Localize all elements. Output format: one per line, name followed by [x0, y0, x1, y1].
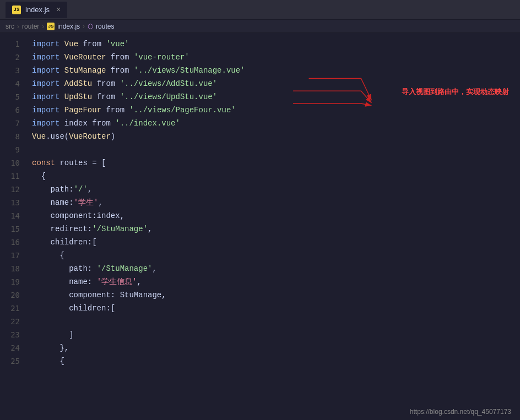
- ln-22: 22: [0, 315, 20, 328]
- code-line-24: },: [32, 341, 520, 354]
- bc-js-icon: JS: [47, 23, 55, 30]
- code-line-11: {: [32, 170, 520, 183]
- code-line-6: import PageFour from '../views/PageFour.…: [32, 103, 520, 117]
- code-content: import Vue from 'vue' import VueRouter f…: [26, 33, 520, 420]
- code-line-19: name: '学生信息',: [32, 275, 520, 288]
- tab-close-button[interactable]: ×: [56, 6, 61, 14]
- bc-filename: index.js: [57, 23, 80, 30]
- breadcrumb: src › router › JS index.js › ⬡ routes: [0, 20, 520, 33]
- bc-router: router: [22, 23, 39, 30]
- code-line-2: import VueRouter from 'vue-router': [32, 51, 520, 64]
- ln-5: 5: [0, 90, 20, 103]
- code-line-25: {: [32, 354, 520, 368]
- ln-3: 3: [0, 64, 20, 77]
- code-line-21: children:[: [32, 302, 520, 315]
- code-line-7: import index from '../index.vue': [32, 117, 520, 130]
- code-line-23: ]: [32, 328, 520, 341]
- ln-23: 23: [0, 328, 20, 341]
- ln-8: 8: [0, 130, 20, 143]
- code-line-10: const routes = [: [32, 156, 520, 170]
- code-line-1: import Vue from 'vue': [32, 37, 520, 51]
- ln-1: 1: [0, 37, 20, 51]
- code-line-22: [32, 315, 520, 328]
- bc-src: src: [6, 23, 14, 30]
- ln-16: 16: [0, 236, 20, 249]
- ln-18: 18: [0, 262, 20, 275]
- code-line-15: redirect:'/StuManage',: [32, 222, 520, 236]
- ln-11: 11: [0, 170, 20, 183]
- code-line-5: import UpdStu from '../views/UpdStu.vue': [32, 90, 520, 103]
- ln-13: 13: [0, 196, 20, 209]
- ln-12: 12: [0, 183, 20, 196]
- watermark: https://blog.csdn.net/qq_45077173: [410, 408, 511, 416]
- bc-routes-icon: ⬡: [88, 23, 93, 30]
- tab-filename: index.js: [25, 6, 50, 14]
- editor-area: 1 2 3 4 5 6 7 8 9 10 11 12 13 14 15 16 1…: [0, 33, 520, 420]
- code-line-3: import StuManage from '../views/StuManag…: [32, 64, 520, 77]
- ln-15: 15: [0, 222, 20, 236]
- line-numbers: 1 2 3 4 5 6 7 8 9 10 11 12 13 14 15 16 1…: [0, 33, 26, 420]
- ln-2: 2: [0, 51, 20, 64]
- ln-17: 17: [0, 249, 20, 262]
- js-file-icon: JS: [12, 6, 21, 14]
- bc-routes: routes: [96, 23, 114, 30]
- tab-index-js[interactable]: JS index.js ×: [6, 2, 67, 18]
- code-line-18: path: '/StuManage',: [32, 262, 520, 275]
- ln-6: 6: [0, 103, 20, 117]
- ln-24: 24: [0, 341, 20, 354]
- ln-14: 14: [0, 209, 20, 222]
- code-line-9: [32, 143, 520, 156]
- ln-10: 10: [0, 156, 20, 170]
- code-line-16: children:[: [32, 236, 520, 249]
- ln-4: 4: [0, 77, 20, 90]
- code-line-13: name:'学生',: [32, 196, 520, 209]
- title-bar: JS index.js ×: [0, 0, 520, 20]
- ln-20: 20: [0, 288, 20, 302]
- code-line-12: path:'/',: [32, 183, 520, 196]
- ln-7: 7: [0, 117, 20, 130]
- ln-19: 19: [0, 275, 20, 288]
- code-line-17: {: [32, 249, 520, 262]
- code-line-14: component:index,: [32, 209, 520, 222]
- ln-9: 9: [0, 143, 20, 156]
- code-line-8: Vue.use(VueRouter): [32, 130, 520, 143]
- ln-25: 25: [0, 354, 20, 368]
- code-line-4: import AddStu from '../views/AddStu.vue': [32, 77, 520, 90]
- code-line-20: component: StuManage,: [32, 288, 520, 302]
- ln-21: 21: [0, 302, 20, 315]
